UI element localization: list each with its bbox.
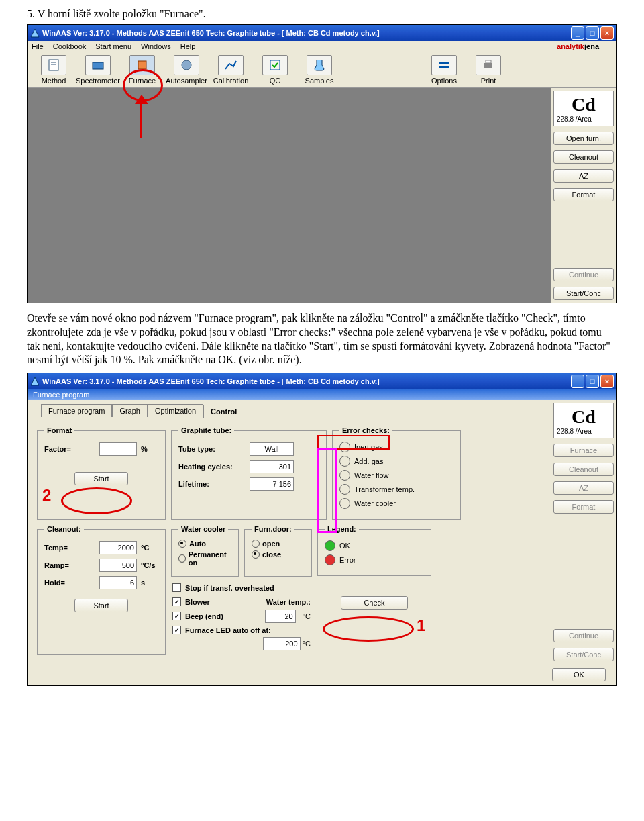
brand: analytikjena bbox=[557, 42, 599, 50]
wt-unit: °C bbox=[303, 612, 311, 620]
chk-beep[interactable]: ✓Beep (end) bbox=[172, 612, 258, 620]
ec-trans-label: Transformer temp. bbox=[354, 485, 415, 493]
legend-ok-label: OK bbox=[339, 542, 350, 550]
tabs: Furnace program Graph Optimization Contr… bbox=[41, 404, 548, 417]
tb-samples-label: Samples bbox=[297, 77, 341, 85]
tb-qc[interactable]: QC bbox=[253, 55, 297, 85]
side-furnace-button: Furnace bbox=[553, 444, 614, 457]
tube-type-field bbox=[250, 442, 294, 456]
annot-check-circle bbox=[323, 616, 414, 642]
chk-stop[interactable]: Stop if transf. overheated bbox=[172, 583, 311, 592]
window-title: WinAAS Ver: 3.17.0 - Methods AAS ZEEnit … bbox=[42, 29, 571, 37]
tb-print[interactable]: Print bbox=[466, 55, 511, 85]
svg-marker-13 bbox=[31, 377, 39, 385]
minimize-button[interactable]: _ bbox=[571, 375, 584, 388]
cleanout-start-button[interactable]: Start bbox=[74, 599, 128, 612]
svg-rect-1 bbox=[49, 60, 58, 70]
menu-cookbook[interactable]: Cookbook bbox=[53, 42, 87, 50]
chk-blower[interactable]: ✓Blower bbox=[172, 597, 260, 606]
radio-perm[interactable]: Permanent on bbox=[178, 550, 231, 567]
annotation-arrow-head bbox=[135, 95, 148, 104]
annot-number-1: 1 bbox=[417, 616, 425, 635]
workarea-2: Furnace program Graph Optimization Contr… bbox=[28, 400, 551, 664]
side-az-button: AZ bbox=[553, 481, 614, 495]
ok-button[interactable]: OK bbox=[552, 668, 606, 681]
toolbar: Method Spectrometer Furnace Autosampler … bbox=[28, 52, 616, 88]
right-sidebar: Cd 228.8 /Area Open furn. Cleanout AZ Fo… bbox=[551, 88, 616, 303]
annot-start-circle bbox=[61, 487, 132, 514]
off-unit: °C bbox=[303, 640, 311, 648]
chk-led[interactable]: ✓Furnace LED auto off at: bbox=[172, 626, 311, 634]
radio-open[interactable]: open bbox=[252, 540, 305, 548]
screenshot-2: WinAAS Ver: 3.17.0 - Methods AAS ZEEnit … bbox=[27, 373, 617, 686]
led-add bbox=[339, 456, 350, 467]
format-start-button[interactable]: Start bbox=[74, 472, 128, 485]
cycles-label: Heating cycles: bbox=[178, 463, 246, 471]
element-meta: 228.8 /Area bbox=[557, 115, 610, 123]
hold-field[interactable] bbox=[99, 576, 137, 589]
tab-optimization[interactable]: Optimization bbox=[148, 404, 203, 417]
temp-label: Temp= bbox=[44, 544, 95, 552]
radio-close[interactable]: close bbox=[252, 550, 305, 559]
minimize-button[interactable]: _ bbox=[571, 26, 584, 40]
led-cooler bbox=[339, 498, 350, 509]
tb-samples[interactable]: Samples bbox=[297, 55, 341, 85]
side-format-button: Format bbox=[553, 500, 614, 514]
group-door: Furn.door: open close bbox=[244, 525, 312, 577]
menu-help[interactable]: Help bbox=[180, 42, 196, 50]
annot-magenta-box bbox=[317, 448, 337, 533]
tab-graph[interactable]: Graph bbox=[112, 404, 148, 417]
titlebar-2: WinAAS Ver: 3.17.0 - Methods AAS ZEEnit … bbox=[28, 373, 616, 389]
app-icon bbox=[30, 28, 40, 38]
errors-legend: Error checks: bbox=[339, 426, 392, 434]
svg-rect-11 bbox=[486, 60, 491, 63]
factor-label: Factor= bbox=[44, 445, 95, 453]
start-conc-button[interactable]: Start/Conc bbox=[553, 287, 614, 300]
element-symbol-2: Cd bbox=[557, 406, 610, 428]
temp-field[interactable] bbox=[99, 541, 137, 554]
tb-spectrometer[interactable]: Spectrometer bbox=[76, 55, 120, 85]
az-button[interactable]: AZ bbox=[553, 169, 614, 183]
tab-furnace-program[interactable]: Furnace program bbox=[41, 404, 112, 417]
app-icon bbox=[30, 377, 40, 386]
annot-errors-title-box bbox=[317, 435, 390, 450]
maximize-button[interactable]: □ bbox=[586, 26, 599, 40]
close-button[interactable]: × bbox=[600, 375, 614, 388]
svg-marker-12 bbox=[135, 95, 148, 104]
led-err-icon bbox=[325, 554, 335, 565]
menu-file[interactable]: File bbox=[32, 42, 44, 50]
group-cleanout: Cleanout: Temp=°C Ramp=°C/s Hold=s Start bbox=[37, 525, 166, 655]
right-sidebar-2: Cd 228.8 /Area Furnace Cleanout AZ Forma… bbox=[551, 400, 616, 664]
side-continue-button: Continue bbox=[553, 629, 614, 642]
close-button[interactable]: × bbox=[600, 26, 614, 40]
ramp-field[interactable] bbox=[99, 559, 137, 572]
cleanout-button[interactable]: Cleanout bbox=[553, 150, 614, 164]
group-graphite: Graphite tube: Tube type: Heating cycles… bbox=[171, 426, 327, 520]
maximize-button[interactable]: □ bbox=[586, 375, 599, 388]
tb-options[interactable]: Options bbox=[422, 55, 466, 85]
graphite-legend: Graphite tube: bbox=[178, 426, 234, 434]
format-button[interactable]: Format bbox=[553, 188, 614, 201]
radio-auto[interactable]: Auto bbox=[178, 540, 231, 548]
screenshot-1: WinAAS Ver: 3.17.0 - Methods AAS ZEEnit … bbox=[27, 24, 617, 303]
tb-method[interactable]: Method bbox=[32, 55, 76, 85]
tb-options-label: Options bbox=[422, 77, 466, 85]
open-furn-button[interactable]: Open furn. bbox=[553, 132, 614, 145]
tab-control[interactable]: Control bbox=[203, 405, 244, 418]
led-off-field[interactable] bbox=[263, 637, 301, 650]
format-legend: Format bbox=[44, 426, 74, 434]
lifetime-field bbox=[250, 477, 294, 491]
tb-autosampler[interactable]: Autosampler bbox=[164, 55, 209, 85]
svg-rect-7 bbox=[270, 60, 280, 70]
tb-calibration[interactable]: Calibration bbox=[209, 55, 253, 85]
door-legend: Furn.door: bbox=[252, 525, 294, 533]
element-meta-2: 228.8 /Area bbox=[557, 428, 610, 435]
hold-unit: s bbox=[141, 579, 145, 587]
check-button[interactable]: Check bbox=[341, 596, 408, 610]
tb-autosampler-label: Autosampler bbox=[164, 77, 209, 85]
menu-windows[interactable]: Windows bbox=[141, 42, 171, 50]
led-trans bbox=[339, 484, 350, 495]
menu-start[interactable]: Start menu bbox=[95, 42, 131, 50]
svg-rect-5 bbox=[138, 61, 146, 69]
svg-point-6 bbox=[182, 60, 191, 70]
